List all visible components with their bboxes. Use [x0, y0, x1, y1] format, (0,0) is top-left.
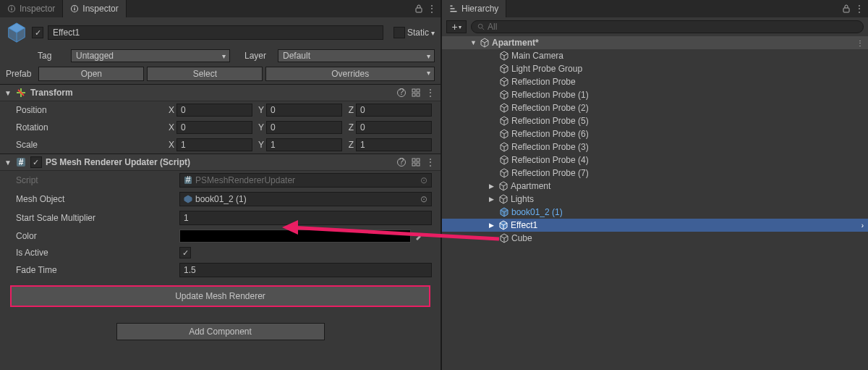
- menu-icon[interactable]: ⋮: [425, 156, 436, 168]
- color-field[interactable]: [179, 230, 411, 243]
- inspector-tab-bar: Inspector Inspector ⋮: [0, 0, 441, 17]
- gameobject-icon: [499, 233, 509, 243]
- tree-item-cube[interactable]: Cube: [442, 232, 868, 245]
- fade-time-label: Fade Time: [16, 265, 175, 275]
- help-icon[interactable]: ?: [396, 156, 407, 168]
- start-scale-input[interactable]: [179, 211, 432, 225]
- menu-icon[interactable]: ⋮: [425, 87, 436, 98]
- tree-item-reflection-probe-5[interactable]: Reflection Probe (5): [442, 114, 868, 127]
- position-y-input[interactable]: [266, 104, 342, 117]
- gameobject-icon: [499, 77, 509, 87]
- scale-label: Scale: [16, 140, 163, 150]
- inspector-tab-1[interactable]: Inspector: [0, 0, 63, 17]
- disclosure-icon[interactable]: ›: [861, 222, 864, 230]
- update-mesh-renderer-button[interactable]: Update Mesh Renderer: [10, 285, 430, 307]
- prefab-gameobject-icon: [498, 220, 509, 230]
- foldout-icon[interactable]: ▼: [4, 89, 12, 97]
- tree-item-lights[interactable]: ▶Lights: [442, 193, 868, 206]
- foldout-icon[interactable]: ▶: [489, 195, 496, 203]
- scale-x-input[interactable]: [176, 138, 252, 151]
- rotation-label: Rotation: [16, 122, 163, 133]
- svg-rect-12: [417, 93, 420, 96]
- rotation-z-input[interactable]: [356, 121, 432, 134]
- tab-label: Inspector: [20, 4, 55, 14]
- add-component-button[interactable]: Add Component: [116, 323, 325, 340]
- gameobject-icon: [499, 142, 509, 152]
- is-active-label: Is Active: [16, 248, 175, 258]
- foldout-icon[interactable]: ▼: [470, 39, 477, 46]
- mesh-object-field[interactable]: book01_2 (1): [179, 192, 432, 206]
- tree-item-effect1[interactable]: ▶Effect1›: [442, 219, 868, 232]
- search-icon: [477, 23, 485, 30]
- is-active-checkbox[interactable]: [179, 247, 191, 258]
- preset-icon[interactable]: [410, 156, 422, 168]
- gameobject-icon: [498, 181, 509, 191]
- object-name-input[interactable]: [48, 25, 383, 40]
- foldout-icon[interactable]: ▶: [489, 222, 496, 229]
- tree-item-main-camera[interactable]: Main Camera: [442, 49, 868, 62]
- mesh-object-label: Mesh Object: [16, 194, 175, 204]
- foldout-icon[interactable]: ▶: [489, 182, 496, 190]
- tree-item-reflection-probe[interactable]: Reflection Probe: [442, 75, 868, 88]
- tree-item-reflection-probe-3[interactable]: Reflection Probe (3): [442, 140, 868, 154]
- menu-icon[interactable]: ⋮: [426, 3, 438, 14]
- tree-item-reflection-probe-7[interactable]: Reflection Probe (7): [442, 167, 868, 180]
- gameobject-icon: [499, 103, 509, 113]
- lock-icon[interactable]: [413, 3, 425, 14]
- active-checkbox[interactable]: [32, 27, 43, 38]
- inspector-tab-2[interactable]: Inspector: [63, 0, 126, 17]
- position-x-input[interactable]: [176, 104, 252, 117]
- gameobject-icon: [499, 155, 509, 165]
- static-checkbox[interactable]: [393, 27, 405, 38]
- menu-icon[interactable]: ⋮: [854, 3, 865, 14]
- tag-label: Tag: [38, 51, 67, 61]
- create-dropdown[interactable]: +▾: [446, 20, 467, 33]
- tree-item-reflection-probe-4[interactable]: Reflection Probe (4): [442, 154, 868, 167]
- preset-icon[interactable]: [410, 87, 422, 98]
- tree-item-book[interactable]: book01_2 (1): [442, 206, 868, 219]
- transform-header[interactable]: ▼ Transform ? ⋮: [0, 84, 441, 101]
- hierarchy-tab-bar: Hierarchy ⋮: [442, 0, 868, 17]
- foldout-icon[interactable]: ▼: [4, 159, 12, 167]
- scale-z-input[interactable]: [356, 138, 432, 151]
- help-icon[interactable]: ?: [396, 87, 407, 98]
- scene-menu-icon[interactable]: ⋮: [856, 39, 864, 47]
- hierarchy-search[interactable]: All: [471, 20, 864, 33]
- transform-title: Transform: [30, 88, 392, 98]
- layer-dropdown[interactable]: Default: [278, 49, 435, 62]
- svg-rect-10: [417, 89, 420, 92]
- tree-item-apartment[interactable]: ▶Apartment: [442, 180, 868, 193]
- tree-item-reflection-probe-6[interactable]: Reflection Probe (6): [442, 127, 868, 140]
- info-icon: [7, 4, 16, 13]
- tree-item-reflection-probe-2[interactable]: Reflection Probe (2): [442, 101, 868, 114]
- tag-dropdown[interactable]: Untagged: [71, 49, 230, 62]
- tree-item-reflection-probe-1[interactable]: Reflection Probe (1): [442, 88, 868, 101]
- rotation-x-input[interactable]: [176, 121, 252, 134]
- script-enabled-checkbox[interactable]: [30, 156, 42, 168]
- hierarchy-icon: [449, 4, 458, 13]
- transform-icon: [15, 87, 27, 98]
- rotation-y-input[interactable]: [266, 121, 342, 134]
- eyedropper-icon[interactable]: [414, 232, 423, 240]
- prefab-open-button[interactable]: Open: [38, 67, 144, 81]
- position-z-input[interactable]: [356, 104, 432, 117]
- script-component-header[interactable]: ▼ # PS Mesh Renderer Updater (Script) ? …: [0, 154, 441, 171]
- prefab-select-button[interactable]: Select: [147, 67, 263, 81]
- scene-icon: [480, 38, 490, 48]
- gameobject-icon: [184, 195, 192, 203]
- prefab-overrides-dropdown[interactable]: Overrides: [265, 67, 435, 81]
- fade-time-input[interactable]: [179, 263, 432, 277]
- scene-row[interactable]: ▼ Apartment* ⋮: [442, 36, 868, 49]
- hierarchy-tab[interactable]: Hierarchy: [442, 0, 506, 17]
- prefab-gameobject-icon: [499, 207, 509, 217]
- svg-rect-9: [412, 89, 415, 92]
- script-title: PS Mesh Renderer Updater (Script): [46, 157, 392, 167]
- svg-text:?: ?: [399, 88, 404, 97]
- svg-text:?: ?: [399, 157, 404, 167]
- svg-point-4: [75, 7, 76, 8]
- svg-rect-11: [412, 93, 415, 96]
- tree-item-light-probe[interactable]: Light Probe Group: [442, 62, 868, 75]
- scale-y-input[interactable]: [266, 138, 342, 151]
- static-dropdown-arrow[interactable]: ▾: [431, 29, 435, 37]
- lock-icon[interactable]: [841, 3, 852, 14]
